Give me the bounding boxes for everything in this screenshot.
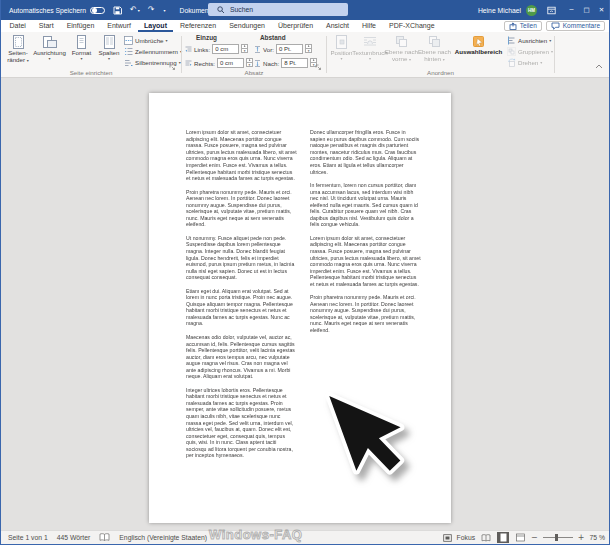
page-indicator[interactable]: Seite 1 von 1 xyxy=(8,534,48,541)
ribbon-tab-row: DateiStartEinfügenEntwurfLayoutReferenze… xyxy=(1,20,609,32)
word-window: Automatisches Speichern ↶▾ ↷ ▾ Dokument2… xyxy=(0,0,610,545)
align-icon xyxy=(507,36,516,45)
print-layout-button[interactable] xyxy=(497,532,509,543)
paragraph[interactable]: Proin pharetra nonummy pede. Mauris et o… xyxy=(310,294,421,333)
ribbon-tab[interactable]: Sendungen xyxy=(223,20,272,32)
columns-button[interactable]: Spalten ▾ xyxy=(95,32,123,70)
ribbon: Seiten- ränder ▾ Ausrichtung ▾ Format ▾ … xyxy=(1,32,609,78)
zoom-slider[interactable] xyxy=(543,533,573,542)
paragraph[interactable]: Maecenas odio dolor, vulputate vel, auct… xyxy=(186,334,297,380)
spacing-after-input[interactable]: 8 Pt. xyxy=(281,58,308,68)
paragraph[interactable]: Lorem ipsum dolor sit amet, consectetuer… xyxy=(186,129,297,181)
indent-right-input[interactable]: 0 cm xyxy=(217,58,244,68)
dropdown-caret-icon: ▾ xyxy=(48,56,50,61)
status-bar: Seite 1 von 1 445 Wörter Englisch (Verei… xyxy=(1,530,609,544)
dropdown-caret-icon: ▾ xyxy=(369,56,371,61)
paragraph[interactable]: Donec ullamcorper fringilla eros. Fusce … xyxy=(310,129,421,175)
position-button[interactable]: Position ▾ xyxy=(328,32,355,70)
spin-up-icon[interactable]: ▾ xyxy=(246,58,253,63)
spin-up-icon[interactable]: ▾ xyxy=(305,44,312,49)
read-mode-button[interactable] xyxy=(480,532,492,543)
spin-up-icon[interactable]: ▾ xyxy=(241,44,248,49)
undo-button[interactable]: ↶▾ xyxy=(130,6,140,14)
word-count[interactable]: 445 Wörter xyxy=(57,534,91,541)
text-column-left: Lorem ipsum dolor sit amet, consectetuer… xyxy=(186,129,297,466)
selection-pane-button[interactable]: Auswahlbereich xyxy=(451,32,506,70)
save-button[interactable] xyxy=(113,6,122,15)
proofing-book-icon[interactable] xyxy=(99,533,110,542)
paragraph[interactable]: Lorem ipsum dolor sit amet, consectetuer… xyxy=(310,235,421,287)
paragraph[interactable]: Etiam eget dui. Aliquam erat volutpat. S… xyxy=(186,287,297,326)
group-button[interactable]: Gruppieren▾ xyxy=(507,46,553,56)
dropdown-caret-icon: ▾ xyxy=(108,56,110,61)
dropdown-caret-icon: ▾ xyxy=(443,57,445,62)
zoom-out-button[interactable]: − xyxy=(531,534,538,542)
paragraph[interactable]: Proin pharetra nonummy pede. Mauris et o… xyxy=(186,188,297,227)
page-setup-dialog-launcher[interactable] xyxy=(169,57,176,75)
page-margins-button[interactable]: Seiten- ränder ▾ xyxy=(5,32,31,70)
minimize-button[interactable]: ─ xyxy=(564,6,579,14)
ribbon-tab[interactable]: Überprüfen xyxy=(272,20,320,32)
bring-forward-button[interactable]: Ebene nach vorne ▾ xyxy=(385,32,418,70)
orientation-button[interactable]: Ausrichtung ▾ xyxy=(31,32,68,70)
rotate-button[interactable]: Drehen▾ xyxy=(507,57,553,67)
chevron-down-icon: ▾ xyxy=(164,8,166,13)
paragraph-dialog-launcher[interactable] xyxy=(315,57,322,75)
zoom-level[interactable]: 75 % xyxy=(590,534,606,541)
dialog-launcher-icon xyxy=(315,64,322,71)
zoom-slider-thumb[interactable] xyxy=(555,534,559,541)
ribbon-tab[interactable]: Einfügen xyxy=(60,20,101,32)
save-icon xyxy=(113,6,122,15)
paragraph[interactable]: Ut nonummy. Fusce aliquet pede non pede.… xyxy=(186,235,297,281)
ribbon-tab[interactable]: Layout xyxy=(138,20,174,32)
line-numbers-button[interactable]: Zeilennummern▾ xyxy=(124,46,182,56)
focus-button[interactable]: Fokus xyxy=(457,534,476,541)
align-button[interactable]: Ausrichten▾ xyxy=(507,35,553,45)
group-page-setup: Seiten- ränder ▾ Ausrichtung ▾ Format ▾ … xyxy=(3,32,179,77)
title-bar-right: Heine Michael HM ─ □ ✕ xyxy=(478,0,609,20)
ribbon-display-options-button[interactable] xyxy=(547,6,556,15)
breaks-button[interactable]: Umbrüche▾ xyxy=(124,35,182,45)
zoom-in-button[interactable]: + xyxy=(578,534,585,542)
collapse-ribbon-button[interactable] xyxy=(595,55,603,73)
group-paragraph: Einzug Abstand Links: 0 cm ▾▾ Rechts: 0 … xyxy=(183,32,325,77)
ribbon-tab[interactable]: Ansicht xyxy=(320,20,356,32)
comments-button[interactable]: Kommentare xyxy=(546,21,605,31)
dropdown-caret-icon: ▾ xyxy=(27,58,29,63)
redo-button[interactable]: ↷ xyxy=(148,6,155,14)
language-indicator[interactable]: Englisch (Vereinigte Staaten) xyxy=(119,534,207,541)
autosave-toggle[interactable] xyxy=(90,7,105,14)
page-size-icon xyxy=(75,35,88,49)
ribbon-display-options-icon xyxy=(547,6,556,15)
avatar[interactable]: HM xyxy=(526,5,537,16)
qat-customize-button[interactable]: ▾ xyxy=(163,8,166,13)
paragraph[interactable]: Integer ultrices lobortis eros. Pellente… xyxy=(186,387,297,459)
position-icon xyxy=(335,35,348,49)
focus-icon xyxy=(443,534,452,542)
ribbon-tab[interactable]: Referenzen xyxy=(173,20,222,32)
ribbon-tab[interactable]: Datei xyxy=(3,20,32,32)
undo-dropdown-caret-icon[interactable]: ▾ xyxy=(138,8,140,13)
page-size-button[interactable]: Format ▾ xyxy=(68,32,95,70)
text-wrap-icon xyxy=(363,35,377,49)
dropdown-caret-icon: ▾ xyxy=(340,56,342,61)
indent-left-input[interactable]: 0 cm xyxy=(212,44,239,54)
spacing-before-input[interactable]: 0 Pt. xyxy=(276,44,303,54)
web-layout-button[interactable] xyxy=(514,532,526,543)
ribbon-tab[interactable]: PDF-XChange xyxy=(383,20,442,32)
share-label: Teilen xyxy=(520,21,537,31)
send-backward-button[interactable]: Ebene nach hinten ▾ xyxy=(418,32,451,70)
text-wrap-button[interactable]: Textumbruch ▾ xyxy=(355,32,385,70)
ribbon-tab[interactable]: Hilfe xyxy=(356,20,383,32)
user-name[interactable]: Heine Michael xyxy=(478,7,521,14)
share-button[interactable]: Teilen xyxy=(504,21,542,31)
paragraph[interactable]: In fermentum, lorem non cursus porttitor… xyxy=(310,182,421,228)
maximize-button[interactable]: □ xyxy=(579,6,594,14)
search-box[interactable]: Suchen xyxy=(208,3,348,16)
ribbon-tab[interactable]: Start xyxy=(32,20,60,32)
indent-header: Einzug xyxy=(196,34,217,41)
close-button[interactable]: ✕ xyxy=(594,6,609,14)
ribbon-tab[interactable]: Entwurf xyxy=(101,20,138,32)
web-layout-icon xyxy=(516,533,525,542)
document-page[interactable]: Lorem ipsum dolor sit amet, consectetuer… xyxy=(149,93,451,523)
